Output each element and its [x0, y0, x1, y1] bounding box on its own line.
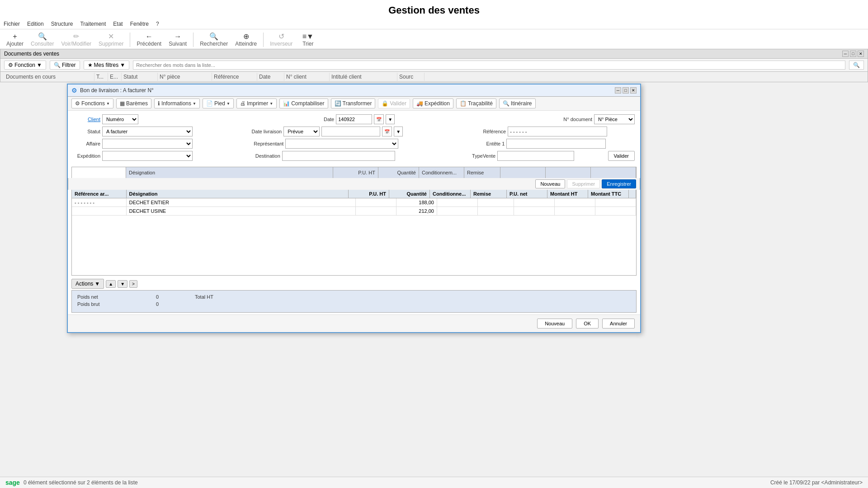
atteindre-button[interactable]: ⊕ Atteindre	[232, 31, 259, 48]
nouveau-dialog-button[interactable]: Nouveau	[537, 319, 572, 328]
page-title: Gestion des ventes	[0, 0, 868, 19]
supprimer-button[interactable]: ✕ Supprimer	[96, 31, 126, 48]
poids-net-row: Poids net 0 Total HT	[77, 294, 631, 300]
col-date: Date	[257, 73, 284, 81]
expedition-select[interactable]	[102, 151, 193, 161]
bg-window-close[interactable]: ✕	[858, 51, 864, 57]
client-type-select[interactable]: Numéro	[102, 114, 138, 124]
enregistrer-button[interactable]: Enregistrer	[602, 179, 636, 188]
poids-brut-row: Poids brut 0	[77, 301, 631, 307]
col-intitule-client: Intitulé client	[330, 73, 397, 81]
row1-montant-ttc	[595, 198, 636, 207]
fonction-button[interactable]: ⚙ Fonction ▼	[4, 61, 46, 70]
modal-toolbar: ⚙ Fonctions ▼ ▦ Barèmes ℹ Informations ▼…	[68, 97, 640, 111]
valider-button[interactable]: Valider	[608, 151, 635, 161]
table-row[interactable]: - - - - - - - DECHET ENTIER 188,00	[72, 198, 636, 207]
comptabiliser-button[interactable]: 📊 Comptabiliser	[279, 99, 328, 108]
date-dropdown-button[interactable]: ▼	[386, 114, 395, 124]
table-ref-input[interactable]	[72, 167, 126, 178]
row1-pu-net	[514, 198, 555, 207]
informations-button[interactable]: ℹ Informations ▼	[154, 99, 200, 108]
imprimer-caret: ▼	[269, 102, 273, 106]
search-icon: 🔍	[38, 32, 47, 41]
menu-traitement[interactable]: Traitement	[80, 21, 106, 27]
menu-help[interactable]: ?	[156, 21, 159, 27]
itineraire-button[interactable]: 🔍 Itinéraire	[499, 99, 536, 108]
search-input[interactable]	[133, 61, 845, 70]
th-designation: Désignation	[126, 167, 333, 178]
baremes-button[interactable]: ▦ Barèmes	[116, 99, 151, 108]
client-label[interactable]: Client	[73, 117, 100, 122]
date-input[interactable]	[336, 114, 372, 124]
filter-icon: 🔍	[54, 62, 61, 68]
date-calendar-button[interactable]: 📅	[374, 114, 384, 124]
representant-select[interactable]	[285, 139, 398, 149]
filtrer-button[interactable]: 🔍 Filtrer	[50, 61, 80, 70]
consulter-button[interactable]: 🔍 Consulter	[28, 31, 57, 48]
transformer-button[interactable]: 🔄 Transformer	[331, 99, 376, 108]
pied-icon: 📄	[206, 100, 213, 107]
valider-toolbar-button[interactable]: 🔒 Valider	[378, 99, 410, 108]
prev-icon: ←	[146, 33, 153, 41]
destination-input[interactable]	[282, 151, 395, 161]
reference-input[interactable]	[508, 127, 607, 136]
down-arrow-button[interactable]: ▼	[118, 280, 127, 288]
date-livraison-input[interactable]	[321, 127, 380, 136]
modal-minimize[interactable]: ─	[615, 87, 621, 94]
table-row[interactable]: DECHET USINE 212,00	[72, 207, 636, 216]
ajouter-button[interactable]: + Ajouter	[4, 32, 26, 48]
bg-window-minimize[interactable]: ─	[842, 51, 849, 57]
date-livraison-dropdown[interactable]: ▼	[394, 127, 403, 136]
annuler-button[interactable]: Annuler	[602, 319, 635, 328]
imprimer-button[interactable]: 🖨 Imprimer ▼	[236, 99, 277, 108]
modal-maximize[interactable]: □	[623, 87, 629, 94]
bg-window: Documents des ventes ─ □ ✕ ⚙ Fonction ▼ …	[0, 49, 868, 82]
menu-etat[interactable]: Etat	[113, 21, 123, 27]
mes-filtres-button[interactable]: ★ Mes filtres ▼	[84, 61, 130, 70]
entete1-input[interactable]	[506, 139, 606, 149]
n-document-select[interactable]: N° Pièce	[594, 114, 635, 124]
search-button[interactable]: 🔍	[849, 61, 864, 70]
star-icon: ★	[88, 62, 93, 68]
menu-fichier[interactable]: Fichier	[4, 21, 20, 27]
th-pu-ht: P.U. HT	[333, 167, 378, 178]
date-livraison-select[interactable]: Prévue	[283, 127, 320, 136]
bg-window-maximize[interactable]: □	[850, 51, 856, 57]
expedition-button[interactable]: 🚚 Expédition	[413, 99, 453, 108]
ok-button[interactable]: OK	[576, 319, 599, 328]
dialog-buttons: Nouveau OK Annuler	[68, 314, 640, 332]
up-arrow-button[interactable]: ▲	[106, 280, 116, 288]
bottom-area: Actions ▼ ▲ ▼ > Poids net 0 Total HT Poi…	[71, 277, 637, 313]
date-col: Date 📅 ▼	[307, 114, 395, 124]
form-row-3: Affaire Représentant Entête 1	[73, 139, 635, 149]
status-right-text: Créé le 17/09/22 par <Administrateur>	[770, 479, 863, 486]
actions-button[interactable]: Actions ▼	[71, 279, 104, 289]
menu-fenetre[interactable]: Fenêtre	[130, 21, 149, 27]
affaire-select[interactable]	[102, 139, 193, 149]
inverseur-button[interactable]: ↺ Inverseur	[267, 31, 295, 48]
statut-select[interactable]: A facturer	[102, 127, 193, 136]
toolbar-separator-2	[193, 33, 193, 47]
date-livraison-calendar-button[interactable]: 📅	[382, 127, 392, 136]
row1-conditionnement	[437, 198, 478, 207]
supprimer-line-button[interactable]: Supprimer	[567, 179, 600, 188]
tracabilite-button[interactable]: 📋 Traçabilité	[456, 99, 496, 108]
nav-right-button[interactable]: >	[129, 280, 137, 288]
suivant-button[interactable]: → Suivant	[166, 32, 189, 48]
rechercher-button[interactable]: 🔍 Rechercher	[197, 31, 231, 48]
client-col: Client Numéro	[73, 114, 138, 124]
typevente-input[interactable]	[497, 151, 574, 161]
menu-edition[interactable]: Edition	[27, 21, 44, 27]
modal-close[interactable]: ✕	[630, 87, 637, 94]
trier-button[interactable]: ≡▼ Trier	[297, 32, 319, 48]
th-extra2	[546, 167, 591, 178]
fonctions-button[interactable]: ⚙ Fonctions ▼	[71, 99, 113, 108]
nouveau-line-button[interactable]: Nouveau	[535, 179, 565, 188]
th-designation-col: Désignation	[126, 190, 349, 198]
pied-button[interactable]: 📄 Pied ▼	[203, 99, 234, 108]
voir-modifier-button[interactable]: ✏ Voir/Modifier	[58, 31, 94, 48]
table-scroll-area[interactable]: - - - - - - - DECHET ENTIER 188,00 DECHE…	[72, 198, 636, 275]
precedent-button[interactable]: ← Précédent	[134, 32, 164, 48]
menu-structure[interactable]: Structure	[51, 21, 73, 27]
col-t: T...	[94, 73, 108, 81]
